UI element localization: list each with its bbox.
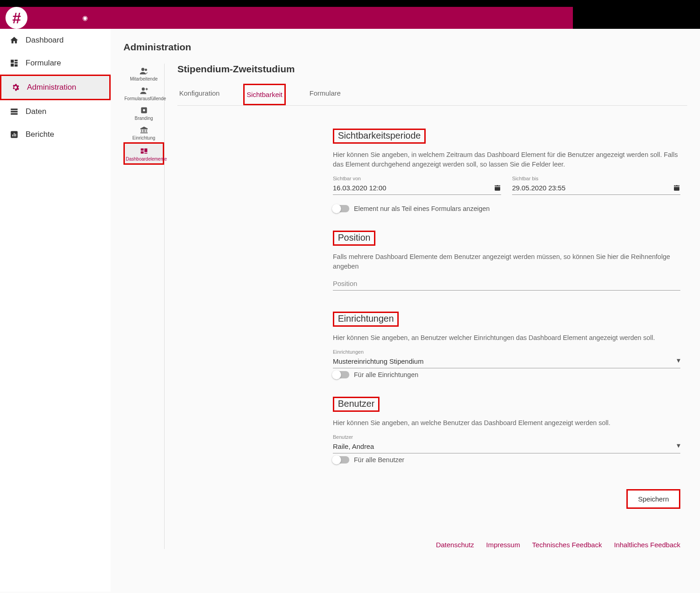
sichtbar-bis-input[interactable]: [512, 182, 680, 195]
gear-icon: [11, 82, 21, 92]
heading-sichtbarkeitsperiode: Sichtbarkeitsperiode: [333, 129, 426, 144]
svg-rect-18: [143, 129, 144, 132]
sidebar-item-label: Administration: [27, 83, 76, 92]
sub-item-label: Branding: [134, 116, 153, 121]
tab-konfiguration[interactable]: Konfiguration: [177, 84, 221, 105]
tabs: Konfiguration Sichtbarkeit Formulare: [177, 84, 687, 106]
sub-item-dashboardelemente[interactable]: Dashboardelemente: [123, 142, 164, 165]
toggle-all-einrichtungen[interactable]: [333, 371, 349, 378]
heading-benutzer: Benutzer: [333, 397, 379, 412]
sub-item-formularausfuellende[interactable]: Formularausfüllende: [123, 83, 164, 103]
link-tech-feedback[interactable]: Technisches Feedback: [532, 541, 602, 549]
dropdown-icon[interactable]: ▾: [677, 441, 680, 450]
svg-rect-3: [11, 64, 14, 67]
svg-rect-24: [140, 151, 143, 154]
help-position: Falls mehrere Dashboard Elemente dem Ben…: [333, 252, 680, 271]
sidebar-item-daten[interactable]: Daten: [0, 100, 111, 123]
toggle-all-einrichtungen-label: Für alle Einrichtungen: [354, 371, 418, 378]
toggle-all-benutzer-label: Für alle Benutzer: [354, 456, 404, 464]
branding-icon: [139, 107, 149, 114]
svg-rect-33: [674, 186, 679, 187]
sidebar-item-administration[interactable]: Administration: [0, 75, 111, 100]
sidebar-item-berichte[interactable]: Berichte: [0, 123, 111, 146]
storage-icon: [9, 107, 19, 117]
svg-rect-5: [11, 108, 18, 110]
sidebar-item-formulare[interactable]: Formulare: [0, 52, 111, 75]
sub-item-mitarbeitende[interactable]: Mitarbeitende: [123, 64, 164, 83]
sidebar-item-label: Berichte: [26, 130, 54, 139]
svg-rect-10: [14, 133, 15, 137]
svg-rect-32: [678, 184, 679, 186]
sub-item-label: Formularausfüllende: [124, 96, 166, 101]
people-icon: [139, 67, 149, 75]
svg-rect-23: [144, 148, 147, 152]
sichtbar-von-label: Sichtbar von: [333, 176, 501, 181]
sidebar-item-dashboard[interactable]: Dashboard: [0, 29, 111, 52]
section-title: Stipendium-Zweitstudium: [177, 64, 687, 75]
top-black-bar: [0, 0, 700, 7]
dropdown-icon[interactable]: ▾: [677, 356, 680, 365]
svg-rect-20: [146, 129, 147, 132]
svg-rect-1: [15, 60, 18, 61]
svg-point-16: [143, 109, 145, 112]
position-input[interactable]: [333, 278, 680, 291]
target-icon[interactable]: ◉: [82, 14, 88, 22]
calendar-icon[interactable]: [673, 184, 680, 191]
benutzer-label: Benutzer: [333, 434, 680, 440]
svg-rect-6: [11, 111, 18, 112]
forms-icon: [9, 58, 19, 68]
secondary-sidebar: Mitarbeitende Formularausfüllende Brandi…: [123, 64, 165, 549]
link-inhalt-feedback[interactable]: Inhaltliches Feedback: [614, 541, 680, 549]
sub-item-label: Dashboardelemente: [126, 156, 167, 162]
einrichtungen-select[interactable]: [333, 356, 680, 368]
heading-einrichtungen: Einrichtungen: [333, 312, 399, 327]
footer-links: Datenschutz Impressum Technisches Feedba…: [333, 509, 680, 549]
svg-point-14: [142, 87, 145, 91]
svg-rect-31: [675, 184, 675, 186]
svg-rect-9: [12, 135, 13, 136]
sub-item-einrichtung[interactable]: Einrichtung: [123, 123, 164, 142]
svg-rect-22: [140, 148, 143, 151]
svg-rect-27: [496, 184, 496, 186]
sichtbar-bis-label: Sichtbar bis: [512, 176, 680, 181]
sidebar-item-label: Formulare: [26, 59, 61, 68]
svg-rect-21: [140, 133, 148, 134]
svg-rect-2: [15, 62, 18, 64]
einrichtungen-label: Einrichtungen: [333, 349, 680, 355]
black-mask: [573, 7, 700, 29]
svg-rect-25: [144, 153, 147, 154]
help-benutzer: Hier können Sie angeben, an welche Benut…: [333, 418, 680, 428]
svg-rect-30: [674, 185, 679, 191]
dashboard-icon: [139, 147, 149, 155]
help-sichtbarkeit: Hier können Sie angeben, in welchem Zeit…: [333, 150, 680, 169]
primary-sidebar: Dashboard Formulare Administration Daten…: [0, 29, 111, 592]
toggle-form-only-label: Element nur als Teil eines Formulars anz…: [354, 205, 490, 212]
tab-sichtbarkeit[interactable]: Sichtbarkeit: [243, 84, 285, 105]
save-button[interactable]: Speichern: [626, 489, 680, 509]
svg-rect-29: [495, 186, 500, 187]
sidebar-item-label: Dashboard: [26, 36, 64, 45]
svg-rect-7: [11, 113, 18, 114]
sichtbar-von-field[interactable]: Sichtbar von: [333, 176, 501, 195]
tab-formulare[interactable]: Formulare: [308, 84, 342, 105]
sub-item-branding[interactable]: Branding: [123, 103, 164, 123]
svg-point-13: [144, 69, 147, 71]
toggle-form-only[interactable]: [333, 205, 349, 212]
heading-position: Position: [333, 231, 375, 246]
svg-rect-19: [144, 129, 145, 132]
link-impressum[interactable]: Impressum: [486, 541, 520, 549]
link-datenschutz[interactable]: Datenschutz: [436, 541, 474, 549]
sub-item-label: Mitarbeitende: [130, 76, 158, 81]
hash-icon: #: [12, 9, 21, 27]
person-add-icon: [139, 87, 149, 94]
toggle-all-benutzer[interactable]: [333, 456, 349, 464]
calendar-icon[interactable]: [494, 184, 501, 191]
page-title: Administration: [123, 42, 687, 53]
sichtbar-bis-field[interactable]: Sichtbar bis: [512, 176, 680, 195]
institution-icon: [139, 126, 149, 134]
home-icon: [9, 35, 19, 45]
benutzer-select[interactable]: [333, 441, 680, 453]
sichtbar-von-input[interactable]: [333, 182, 501, 195]
logo[interactable]: #: [5, 7, 27, 29]
sidebar-item-label: Daten: [26, 107, 46, 116]
